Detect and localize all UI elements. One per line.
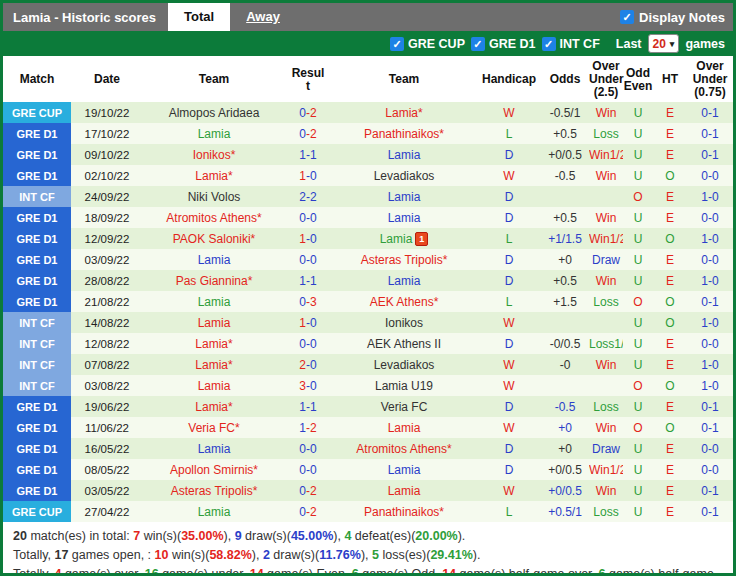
score: 0-2 (285, 102, 331, 123)
gre-cup-checkbox-icon[interactable]: ✓ (390, 37, 404, 51)
odds (589, 186, 623, 207)
over-under-2-5: U (623, 459, 653, 480)
handicap: +0 (541, 438, 589, 459)
ht-score: 0-0 (687, 333, 733, 354)
match-date: 28/08/22 (71, 270, 143, 291)
column-header: Team (143, 56, 285, 102)
home-team: Lamia (143, 123, 285, 144)
match-date: 11/06/22 (71, 417, 143, 438)
last-games-select[interactable]: 20 ▾ (648, 34, 680, 53)
odds: Win (589, 417, 623, 438)
last-games-value: 20 (653, 37, 666, 51)
column-header: Resul t (285, 56, 331, 102)
odds: Win (589, 165, 623, 186)
match-row: GRE D118/09/22Atromitos Athens*0-0LamiaD… (3, 207, 733, 228)
odds: Win (589, 270, 623, 291)
odds (589, 312, 623, 333)
column-header: Over Under (0.75) (687, 56, 733, 102)
odds: Draw (589, 438, 623, 459)
over-under-2-5: U (623, 354, 653, 375)
match-date: 09/10/22 (71, 144, 143, 165)
match-competition: GRE CUP (3, 501, 71, 522)
home-team: PAOK Saloniki* (143, 228, 285, 249)
over-under-2-5: U (623, 438, 653, 459)
result: W (477, 312, 541, 333)
handicap: -0 (541, 354, 589, 375)
match-competition: GRE D1 (3, 228, 71, 249)
away-team: AEK Athens II (331, 333, 477, 354)
display-notes-toggle[interactable]: ✓ Display Notes (620, 10, 733, 25)
match-competition: INT CF (3, 354, 71, 375)
match-row: GRE D119/06/22Lamia*1-1Veria FCD-0.5Loss… (3, 396, 733, 417)
match-competition: GRE D1 (3, 459, 71, 480)
handicap: -0/0.5 (541, 333, 589, 354)
filter-int-cf[interactable]: ✓ INT CF (542, 37, 600, 51)
match-row: INT CF14/08/22Lamia1-0IonikosWUO1-0O (3, 312, 733, 333)
display-notes-checkbox-icon[interactable]: ✓ (620, 10, 634, 24)
handicap: +0.5 (541, 123, 589, 144)
handicap (541, 312, 589, 333)
odds: Win (589, 102, 623, 123)
match-row: GRE D108/05/22Apollon Smirnis*0-0LamiaD+… (3, 459, 733, 480)
filter-gre-cup[interactable]: ✓ GRE CUP (390, 37, 465, 51)
handicap: +0/0.5 (541, 144, 589, 165)
gre-d1-checkbox-icon[interactable]: ✓ (471, 37, 485, 51)
home-team: Ionikos* (143, 144, 285, 165)
away-team: Ionikos (331, 312, 477, 333)
ht-score: 0-0 (687, 165, 733, 186)
odd-even: E (653, 186, 687, 207)
match-date: 07/08/22 (71, 354, 143, 375)
red-card-icon: 1 (415, 232, 428, 246)
summary-section: 20 match(es) in total: 7 win(s)(35.00%),… (3, 522, 733, 576)
score: 0-0 (285, 207, 331, 228)
odds: Loss (589, 123, 623, 144)
ht-score: 1-0 (687, 270, 733, 291)
over-under-2-5: O (623, 417, 653, 438)
match-competition: GRE D1 (3, 417, 71, 438)
match-date: 08/05/22 (71, 459, 143, 480)
match-row: GRE D103/05/22Asteras Tripolis*0-2LamiaW… (3, 480, 733, 501)
score: 1-2 (285, 417, 331, 438)
result: L (477, 291, 541, 312)
odd-even: E (653, 480, 687, 501)
home-team: Pas Giannina* (143, 270, 285, 291)
int-cf-checkbox-icon[interactable]: ✓ (542, 37, 556, 51)
match-competition: GRE D1 (3, 480, 71, 501)
result: W (477, 417, 541, 438)
odd-even: E (653, 459, 687, 480)
away-team: Levadiakos (331, 354, 477, 375)
games-label: games (685, 37, 725, 51)
away-team: Lamia (331, 417, 477, 438)
score: 1-0 (285, 312, 331, 333)
odds: Draw (589, 249, 623, 270)
summary-line-overunder: Totally, 4 game(s) over, 16 game(s) unde… (13, 565, 723, 576)
result: D (477, 144, 541, 165)
odds: Win1/2 (589, 228, 623, 249)
home-team: Niki Volos (143, 186, 285, 207)
odds: Win (589, 480, 623, 501)
odds (589, 375, 623, 396)
tab-away[interactable]: Away (230, 3, 296, 31)
over-under-2-5: U (623, 333, 653, 354)
match-date: 12/09/22 (71, 228, 143, 249)
result: D (477, 333, 541, 354)
display-notes-label: Display Notes (639, 10, 725, 25)
handicap: +1.5 (541, 291, 589, 312)
last-label: Last (616, 37, 642, 51)
odd-even: E (653, 207, 687, 228)
tab-total[interactable]: Total (168, 3, 230, 31)
score: 1-1 (285, 270, 331, 291)
over-under-2-5: U (623, 144, 653, 165)
home-team: Lamia* (143, 165, 285, 186)
odds: Loss (589, 291, 623, 312)
result: D (477, 459, 541, 480)
away-team: Lamia (331, 480, 477, 501)
match-row: GRE D111/06/22Veria FC*1-2LamiaW+0WinOO0… (3, 417, 733, 438)
filter-gre-d1[interactable]: ✓ GRE D1 (471, 37, 536, 51)
odd-even: O (653, 375, 687, 396)
column-header: Odds (541, 56, 589, 102)
handicap: +0 (541, 249, 589, 270)
summary-line-total: 20 match(es) in total: 7 win(s)(35.00%),… (13, 527, 723, 546)
handicap: +0/0.5 (541, 459, 589, 480)
score: 2-0 (285, 354, 331, 375)
